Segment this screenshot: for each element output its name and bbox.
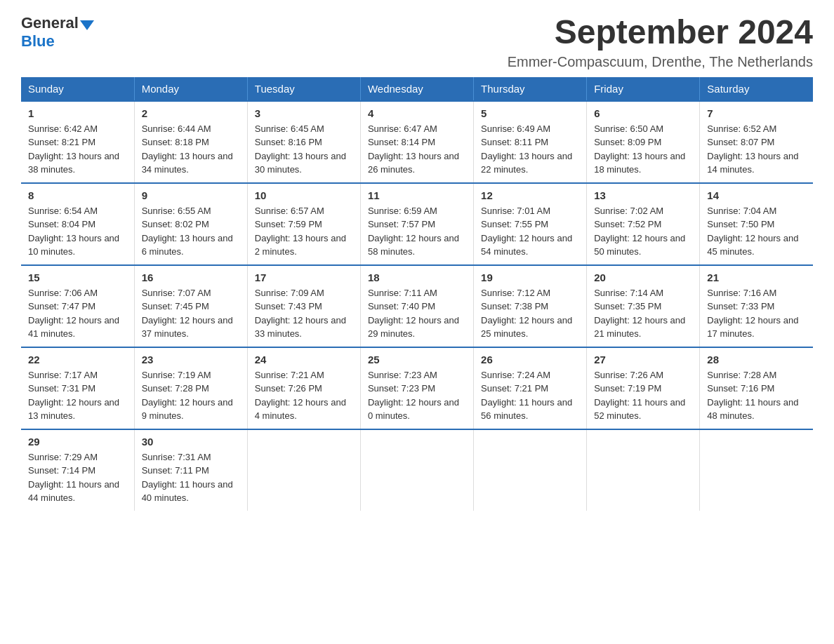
sunrise-label: Sunrise: 6:45 AM bbox=[255, 123, 324, 134]
day-info: Sunrise: 6:57 AM Sunset: 7:59 PM Dayligh… bbox=[255, 204, 353, 259]
sunrise-label: Sunrise: 7:11 AM bbox=[368, 288, 437, 298]
daylight-label: Daylight: 13 hours and 10 minutes. bbox=[28, 233, 119, 257]
day-number: 28 bbox=[707, 354, 806, 365]
sunset-label: Sunset: 7:33 PM bbox=[707, 301, 774, 311]
sunset-label: Sunset: 7:14 PM bbox=[28, 465, 95, 476]
calendar-cell: 13 Sunrise: 7:02 AM Sunset: 7:52 PM Dayl… bbox=[587, 183, 700, 265]
day-info: Sunrise: 7:09 AM Sunset: 7:43 PM Dayligh… bbox=[255, 286, 353, 341]
daylight-label: Daylight: 11 hours and 40 minutes. bbox=[142, 479, 233, 504]
sunset-label: Sunset: 8:07 PM bbox=[707, 137, 774, 147]
daylight-label: Daylight: 11 hours and 44 minutes. bbox=[28, 479, 119, 504]
calendar-cell: 2 Sunrise: 6:44 AM Sunset: 8:18 PM Dayli… bbox=[134, 101, 247, 183]
day-number: 5 bbox=[481, 107, 579, 119]
sunset-label: Sunset: 8:11 PM bbox=[481, 137, 548, 147]
sunrise-label: Sunrise: 7:26 AM bbox=[594, 370, 663, 380]
calendar-cell: 4 Sunrise: 6:47 AM Sunset: 8:14 PM Dayli… bbox=[360, 101, 473, 183]
sunrise-label: Sunrise: 7:23 AM bbox=[368, 370, 437, 380]
sunrise-label: Sunrise: 6:54 AM bbox=[28, 206, 98, 216]
day-number: 24 bbox=[255, 354, 353, 365]
daylight-label: Daylight: 13 hours and 14 minutes. bbox=[707, 151, 798, 175]
calendar-cell bbox=[700, 429, 813, 511]
calendar-cell: 10 Sunrise: 6:57 AM Sunset: 7:59 PM Dayl… bbox=[247, 183, 360, 265]
sunrise-label: Sunrise: 7:29 AM bbox=[28, 452, 98, 462]
calendar-cell: 24 Sunrise: 7:21 AM Sunset: 7:26 PM Dayl… bbox=[247, 347, 360, 429]
logo-triangle-icon bbox=[80, 20, 94, 30]
daylight-label: Daylight: 12 hours and 33 minutes. bbox=[255, 315, 346, 340]
calendar-cell: 12 Sunrise: 7:01 AM Sunset: 7:55 PM Dayl… bbox=[474, 183, 587, 265]
calendar-week-1: 1 Sunrise: 6:42 AM Sunset: 8:21 PM Dayli… bbox=[21, 101, 813, 183]
day-number: 6 bbox=[594, 107, 692, 119]
day-number: 7 bbox=[707, 107, 806, 119]
daylight-label: Daylight: 12 hours and 50 minutes. bbox=[594, 233, 685, 257]
sunrise-label: Sunrise: 7:24 AM bbox=[481, 370, 550, 380]
daylight-label: Daylight: 13 hours and 38 minutes. bbox=[28, 151, 119, 175]
calendar-cell: 9 Sunrise: 6:55 AM Sunset: 8:02 PM Dayli… bbox=[134, 183, 247, 265]
day-number: 10 bbox=[255, 189, 353, 201]
calendar-cell: 14 Sunrise: 7:04 AM Sunset: 7:50 PM Dayl… bbox=[700, 183, 813, 265]
daylight-label: Daylight: 13 hours and 30 minutes. bbox=[255, 151, 346, 175]
sunrise-label: Sunrise: 6:47 AM bbox=[368, 123, 437, 134]
calendar-cell: 18 Sunrise: 7:11 AM Sunset: 7:40 PM Dayl… bbox=[360, 265, 473, 347]
sunrise-label: Sunrise: 7:06 AM bbox=[28, 288, 98, 298]
day-number: 12 bbox=[481, 189, 579, 201]
day-number: 11 bbox=[368, 189, 466, 201]
sunset-label: Sunset: 7:21 PM bbox=[481, 383, 548, 394]
sunset-label: Sunset: 7:57 PM bbox=[368, 219, 435, 229]
sunset-label: Sunset: 7:16 PM bbox=[707, 383, 774, 394]
header-day-wednesday: Wednesday bbox=[360, 77, 473, 101]
daylight-label: Daylight: 11 hours and 56 minutes. bbox=[481, 397, 572, 422]
calendar-cell: 7 Sunrise: 6:52 AM Sunset: 8:07 PM Dayli… bbox=[700, 101, 813, 183]
day-info: Sunrise: 6:54 AM Sunset: 8:04 PM Dayligh… bbox=[28, 204, 127, 259]
day-info: Sunrise: 7:16 AM Sunset: 7:33 PM Dayligh… bbox=[707, 286, 806, 341]
day-number: 29 bbox=[28, 436, 127, 448]
day-info: Sunrise: 6:59 AM Sunset: 7:57 PM Dayligh… bbox=[368, 204, 466, 259]
calendar-cell: 3 Sunrise: 6:45 AM Sunset: 8:16 PM Dayli… bbox=[247, 101, 360, 183]
calendar-cell: 16 Sunrise: 7:07 AM Sunset: 7:45 PM Dayl… bbox=[134, 265, 247, 347]
calendar-header-row: SundayMondayTuesdayWednesdayThursdayFrid… bbox=[21, 77, 813, 101]
sunset-label: Sunset: 7:38 PM bbox=[481, 301, 548, 311]
day-info: Sunrise: 6:55 AM Sunset: 8:02 PM Dayligh… bbox=[142, 204, 240, 259]
day-info: Sunrise: 7:11 AM Sunset: 7:40 PM Dayligh… bbox=[368, 286, 466, 341]
daylight-label: Daylight: 12 hours and 4 minutes. bbox=[255, 397, 346, 422]
sunset-label: Sunset: 7:26 PM bbox=[255, 383, 322, 394]
calendar-cell: 19 Sunrise: 7:12 AM Sunset: 7:38 PM Dayl… bbox=[474, 265, 587, 347]
day-info: Sunrise: 7:26 AM Sunset: 7:19 PM Dayligh… bbox=[594, 368, 692, 423]
sunrise-label: Sunrise: 7:01 AM bbox=[481, 206, 550, 216]
sunrise-label: Sunrise: 7:17 AM bbox=[28, 370, 98, 380]
header-day-friday: Friday bbox=[587, 77, 700, 101]
calendar-cell: 17 Sunrise: 7:09 AM Sunset: 7:43 PM Dayl… bbox=[247, 265, 360, 347]
day-info: Sunrise: 7:06 AM Sunset: 7:47 PM Dayligh… bbox=[28, 286, 127, 341]
calendar-cell: 26 Sunrise: 7:24 AM Sunset: 7:21 PM Dayl… bbox=[474, 347, 587, 429]
page-header: General Blue September 2024 Emmer-Compas… bbox=[21, 14, 813, 70]
daylight-label: Daylight: 12 hours and 25 minutes. bbox=[481, 315, 572, 340]
sunset-label: Sunset: 8:09 PM bbox=[594, 137, 661, 147]
calendar-cell: 21 Sunrise: 7:16 AM Sunset: 7:33 PM Dayl… bbox=[700, 265, 813, 347]
day-number: 8 bbox=[28, 189, 127, 201]
sunset-label: Sunset: 8:16 PM bbox=[255, 137, 322, 147]
sunrise-label: Sunrise: 6:55 AM bbox=[142, 206, 211, 216]
day-info: Sunrise: 7:04 AM Sunset: 7:50 PM Dayligh… bbox=[707, 204, 806, 259]
day-info: Sunrise: 7:28 AM Sunset: 7:16 PM Dayligh… bbox=[707, 368, 806, 423]
day-info: Sunrise: 6:50 AM Sunset: 8:09 PM Dayligh… bbox=[594, 122, 692, 177]
day-info: Sunrise: 7:02 AM Sunset: 7:52 PM Dayligh… bbox=[594, 204, 692, 259]
header-day-tuesday: Tuesday bbox=[247, 77, 360, 101]
sunrise-label: Sunrise: 7:09 AM bbox=[255, 288, 324, 298]
day-number: 23 bbox=[142, 354, 240, 365]
sunrise-label: Sunrise: 7:28 AM bbox=[707, 370, 776, 380]
sunrise-label: Sunrise: 7:19 AM bbox=[142, 370, 211, 380]
calendar-cell: 15 Sunrise: 7:06 AM Sunset: 7:47 PM Dayl… bbox=[21, 265, 134, 347]
sunrise-label: Sunrise: 6:59 AM bbox=[368, 206, 437, 216]
day-number: 9 bbox=[142, 189, 240, 201]
sunrise-label: Sunrise: 7:02 AM bbox=[594, 206, 663, 216]
day-info: Sunrise: 7:01 AM Sunset: 7:55 PM Dayligh… bbox=[481, 204, 579, 259]
daylight-label: Daylight: 13 hours and 6 minutes. bbox=[142, 233, 233, 257]
day-info: Sunrise: 7:24 AM Sunset: 7:21 PM Dayligh… bbox=[481, 368, 579, 423]
sunrise-label: Sunrise: 6:44 AM bbox=[142, 123, 211, 134]
day-number: 15 bbox=[28, 271, 127, 283]
sunset-label: Sunset: 7:45 PM bbox=[142, 301, 209, 311]
sunset-label: Sunset: 7:59 PM bbox=[255, 219, 322, 229]
sunset-label: Sunset: 7:40 PM bbox=[368, 301, 435, 311]
calendar-cell: 27 Sunrise: 7:26 AM Sunset: 7:19 PM Dayl… bbox=[587, 347, 700, 429]
day-number: 2 bbox=[142, 107, 240, 119]
day-info: Sunrise: 7:17 AM Sunset: 7:31 PM Dayligh… bbox=[28, 368, 127, 423]
